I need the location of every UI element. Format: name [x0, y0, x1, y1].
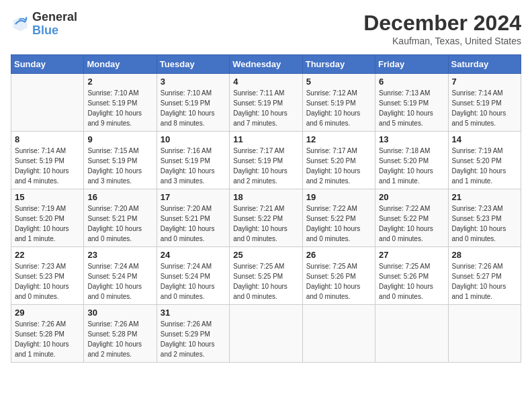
calendar-week-row: 15 Sunrise: 7:19 AM Sunset: 5:20 PM Dayl…: [11, 189, 521, 247]
day-info: Sunrise: 7:17 AM Sunset: 5:20 PM Dayligh…: [306, 146, 371, 186]
day-info: Sunrise: 7:10 AM Sunset: 5:19 PM Dayligh…: [87, 88, 152, 128]
day-number: 8: [15, 134, 80, 144]
calendar-day-cell: 6 Sunrise: 7:13 AM Sunset: 5:19 PM Dayli…: [375, 74, 448, 132]
day-number: 4: [233, 77, 298, 87]
day-number: 20: [379, 192, 444, 202]
day-info: Sunrise: 7:26 AM Sunset: 5:28 PM Dayligh…: [15, 319, 80, 359]
calendar-week-row: 8 Sunrise: 7:14 AM Sunset: 5:19 PM Dayli…: [11, 132, 521, 189]
day-info: Sunrise: 7:25 AM Sunset: 5:26 PM Dayligh…: [306, 261, 371, 302]
day-number: 5: [306, 77, 371, 87]
calendar-day-cell: 23 Sunrise: 7:24 AM Sunset: 5:24 PM Dayl…: [84, 247, 157, 305]
calendar-day-cell: 18 Sunrise: 7:21 AM Sunset: 5:22 PM Dayl…: [230, 189, 302, 247]
calendar-day-cell: 27 Sunrise: 7:25 AM Sunset: 5:26 PM Dayl…: [375, 247, 448, 305]
calendar-title: December 2024: [363, 11, 521, 36]
calendar-day-cell: 7 Sunrise: 7:14 AM Sunset: 5:19 PM Dayli…: [448, 74, 521, 132]
calendar-day-cell: 13 Sunrise: 7:18 AM Sunset: 5:20 PM Dayl…: [375, 132, 448, 189]
day-number: 30: [87, 308, 152, 318]
day-info: Sunrise: 7:11 AM Sunset: 5:19 PM Dayligh…: [233, 88, 298, 128]
day-info: Sunrise: 7:19 AM Sunset: 5:20 PM Dayligh…: [452, 146, 517, 186]
day-info: Sunrise: 7:12 AM Sunset: 5:19 PM Dayligh…: [306, 88, 371, 128]
day-number: 15: [15, 192, 80, 202]
calendar-day-cell: 10 Sunrise: 7:16 AM Sunset: 5:19 PM Dayl…: [157, 132, 229, 189]
calendar-day-cell: 31 Sunrise: 7:26 AM Sunset: 5:29 PM Dayl…: [157, 305, 229, 363]
calendar-day-cell: 21 Sunrise: 7:23 AM Sunset: 5:23 PM Dayl…: [448, 189, 521, 247]
day-number: 28: [452, 250, 517, 260]
calendar-table: Sunday Monday Tuesday Wednesday Thursday…: [11, 54, 521, 363]
calendar-week-row: 2 Sunrise: 7:10 AM Sunset: 5:19 PM Dayli…: [11, 74, 521, 132]
calendar-day-cell: [11, 74, 84, 132]
day-number: 25: [233, 250, 298, 260]
day-info: Sunrise: 7:23 AM Sunset: 5:23 PM Dayligh…: [15, 261, 80, 302]
day-info: Sunrise: 7:14 AM Sunset: 5:19 PM Dayligh…: [452, 88, 517, 128]
header-friday: Friday: [375, 55, 448, 74]
calendar-day-cell: 20 Sunrise: 7:22 AM Sunset: 5:22 PM Dayl…: [375, 189, 448, 247]
header-tuesday: Tuesday: [157, 55, 229, 74]
day-info: Sunrise: 7:20 AM Sunset: 5:21 PM Dayligh…: [161, 203, 226, 244]
header: General Blue December 2024 Kaufman, Texa…: [11, 11, 521, 46]
day-info: Sunrise: 7:25 AM Sunset: 5:26 PM Dayligh…: [379, 261, 444, 302]
logo: General Blue: [11, 11, 77, 38]
day-number: 10: [161, 134, 226, 144]
day-info: Sunrise: 7:21 AM Sunset: 5:22 PM Dayligh…: [233, 203, 298, 244]
header-sunday: Sunday: [11, 55, 84, 74]
calendar-day-cell: 22 Sunrise: 7:23 AM Sunset: 5:23 PM Dayl…: [11, 247, 84, 305]
day-number: 26: [306, 250, 371, 260]
day-number: 12: [306, 134, 371, 144]
day-number: 2: [87, 77, 152, 87]
day-info: Sunrise: 7:15 AM Sunset: 5:19 PM Dayligh…: [87, 146, 152, 186]
logo-icon: [11, 15, 30, 34]
day-number: 23: [87, 250, 152, 260]
calendar-header-row: Sunday Monday Tuesday Wednesday Thursday…: [11, 55, 521, 74]
day-info: Sunrise: 7:13 AM Sunset: 5:19 PM Dayligh…: [379, 88, 444, 128]
calendar-day-cell: 12 Sunrise: 7:17 AM Sunset: 5:20 PM Dayl…: [302, 132, 375, 189]
day-number: 21: [452, 192, 517, 202]
day-info: Sunrise: 7:24 AM Sunset: 5:24 PM Dayligh…: [87, 261, 152, 302]
day-number: 17: [161, 192, 226, 202]
calendar-day-cell: 2 Sunrise: 7:10 AM Sunset: 5:19 PM Dayli…: [84, 74, 157, 132]
day-info: Sunrise: 7:16 AM Sunset: 5:19 PM Dayligh…: [161, 146, 226, 186]
day-number: 14: [452, 134, 517, 144]
header-thursday: Thursday: [302, 55, 375, 74]
day-number: 31: [161, 308, 226, 318]
calendar-day-cell: 14 Sunrise: 7:19 AM Sunset: 5:20 PM Dayl…: [448, 132, 521, 189]
day-info: Sunrise: 7:26 AM Sunset: 5:28 PM Dayligh…: [87, 319, 152, 359]
logo-text: General Blue: [32, 11, 77, 38]
day-info: Sunrise: 7:22 AM Sunset: 5:22 PM Dayligh…: [379, 203, 444, 244]
calendar-day-cell: 5 Sunrise: 7:12 AM Sunset: 5:19 PM Dayli…: [302, 74, 375, 132]
calendar-day-cell: 4 Sunrise: 7:11 AM Sunset: 5:19 PM Dayli…: [230, 74, 302, 132]
day-number: 11: [233, 134, 298, 144]
day-number: 24: [161, 250, 226, 260]
day-number: 18: [233, 192, 298, 202]
calendar-day-cell: 25 Sunrise: 7:25 AM Sunset: 5:25 PM Dayl…: [230, 247, 302, 305]
day-number: 9: [87, 134, 152, 144]
day-info: Sunrise: 7:10 AM Sunset: 5:19 PM Dayligh…: [161, 88, 226, 128]
day-info: Sunrise: 7:19 AM Sunset: 5:20 PM Dayligh…: [15, 203, 80, 244]
calendar-day-cell: 3 Sunrise: 7:10 AM Sunset: 5:19 PM Dayli…: [157, 74, 229, 132]
day-info: Sunrise: 7:17 AM Sunset: 5:19 PM Dayligh…: [233, 146, 298, 186]
calendar-day-cell: 30 Sunrise: 7:26 AM Sunset: 5:28 PM Dayl…: [84, 305, 157, 363]
day-info: Sunrise: 7:20 AM Sunset: 5:21 PM Dayligh…: [87, 203, 152, 244]
calendar-day-cell: [375, 305, 448, 363]
day-info: Sunrise: 7:26 AM Sunset: 5:29 PM Dayligh…: [161, 319, 226, 359]
calendar-day-cell: 17 Sunrise: 7:20 AM Sunset: 5:21 PM Dayl…: [157, 189, 229, 247]
day-number: 3: [161, 77, 226, 87]
calendar-day-cell: 24 Sunrise: 7:24 AM Sunset: 5:24 PM Dayl…: [157, 247, 229, 305]
day-number: 7: [452, 77, 517, 87]
day-info: Sunrise: 7:22 AM Sunset: 5:22 PM Dayligh…: [306, 203, 371, 244]
day-info: Sunrise: 7:18 AM Sunset: 5:20 PM Dayligh…: [379, 146, 444, 186]
calendar-day-cell: 8 Sunrise: 7:14 AM Sunset: 5:19 PM Dayli…: [11, 132, 84, 189]
calendar-day-cell: [230, 305, 302, 363]
calendar-day-cell: [448, 305, 521, 363]
calendar-day-cell: 9 Sunrise: 7:15 AM Sunset: 5:19 PM Dayli…: [84, 132, 157, 189]
day-info: Sunrise: 7:23 AM Sunset: 5:23 PM Dayligh…: [452, 203, 517, 244]
day-number: 22: [15, 250, 80, 260]
calendar-body: 2 Sunrise: 7:10 AM Sunset: 5:19 PM Dayli…: [11, 74, 521, 363]
header-monday: Monday: [84, 55, 157, 74]
day-number: 27: [379, 250, 444, 260]
calendar-day-cell: 19 Sunrise: 7:22 AM Sunset: 5:22 PM Dayl…: [302, 189, 375, 247]
day-number: 19: [306, 192, 371, 202]
day-info: Sunrise: 7:14 AM Sunset: 5:19 PM Dayligh…: [15, 146, 80, 186]
calendar-week-row: 22 Sunrise: 7:23 AM Sunset: 5:23 PM Dayl…: [11, 247, 521, 305]
calendar-day-cell: 11 Sunrise: 7:17 AM Sunset: 5:19 PM Dayl…: [230, 132, 302, 189]
calendar-day-cell: 26 Sunrise: 7:25 AM Sunset: 5:26 PM Dayl…: [302, 247, 375, 305]
